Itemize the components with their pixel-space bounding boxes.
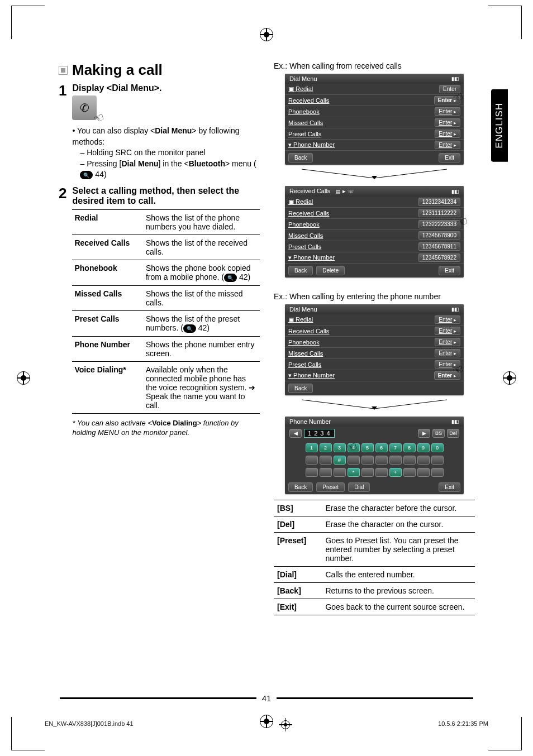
table-row: PhonebookShows the phone book copied fro… bbox=[72, 260, 260, 285]
right-column: Ex.: When calling from received calls Di… bbox=[274, 61, 475, 615]
page-number: 41 bbox=[262, 693, 272, 703]
table-row: Missed CallsShows the list of the missed… bbox=[72, 285, 260, 310]
signal-icon: ▮◧ bbox=[451, 189, 459, 194]
registration-mark bbox=[281, 720, 290, 729]
flow-arrow-icon bbox=[274, 399, 475, 413]
ui-screenshot-phone-number: Phone Number▮◧ ◀ 1 2 3 4 ▶ BS Del 123456… bbox=[285, 417, 464, 494]
flow-arrow-icon bbox=[274, 168, 475, 183]
section-heading: Making a call bbox=[72, 61, 163, 79]
page-number-bar: 41 bbox=[60, 693, 473, 703]
step-number: 2 bbox=[59, 186, 66, 438]
bs-key: BS bbox=[432, 429, 445, 438]
sub-bullet: Pressing [Dial Menu] in the <Bluetooth> … bbox=[80, 159, 260, 180]
phone-icon: ☏ bbox=[348, 189, 354, 194]
list-icon: ▤ bbox=[336, 189, 341, 194]
number-entry: 1 2 3 4 bbox=[304, 429, 335, 438]
registration-mark bbox=[503, 371, 516, 385]
footer-filename: EN_KW-AVX838[J]001B.indb 41 bbox=[45, 720, 134, 729]
language-tab: ENGLISH bbox=[491, 89, 508, 162]
table-row: [Preset]Goes to Preset list. You can pre… bbox=[274, 533, 475, 567]
table-row: Preset CallsShows the list of the preset… bbox=[72, 310, 260, 336]
signal-icon: ▮◧ bbox=[451, 419, 459, 424]
bullet-item: You can also display <Dial Menu> by foll… bbox=[72, 126, 260, 180]
signal-icon: ▮◧ bbox=[451, 76, 459, 82]
page-ref-pill bbox=[80, 171, 93, 179]
del-key: Del bbox=[447, 429, 459, 438]
table-row: Voice Dialing*Available only when the co… bbox=[72, 361, 260, 413]
table-row: [BS]Erase the character before the curso… bbox=[274, 500, 475, 516]
page-ref-pill bbox=[224, 274, 237, 282]
hand-cursor-icon: ☜ bbox=[92, 109, 107, 127]
sub-bullet: Holding SRC on the monitor panel bbox=[80, 147, 260, 159]
print-footer: EN_KW-AVX838[J]001B.indb 41 10.5.6 2:21:… bbox=[45, 720, 488, 729]
crop-mark bbox=[11, 6, 45, 39]
table-row: [Back]Returns to the previous screen. bbox=[274, 583, 475, 599]
table-row: RedialShows the list of the phone number… bbox=[72, 209, 260, 235]
crop-mark bbox=[488, 717, 522, 750]
step-number: 1 bbox=[59, 83, 66, 180]
example-caption: Ex.: When calling by entering the phone … bbox=[274, 292, 475, 301]
left-column: Making a call 1 Display <Dial Menu>. ✆ ☜… bbox=[59, 61, 260, 615]
phone-icon: ✆ bbox=[80, 101, 89, 114]
crop-mark bbox=[488, 6, 522, 39]
table-row: Received CallsShows the list of the rece… bbox=[72, 235, 260, 260]
cursor-left-icon: ◀ bbox=[289, 429, 302, 438]
definitions-table: RedialShows the list of the phone number… bbox=[72, 209, 260, 414]
table-row: Phone NumberShows the phone number entry… bbox=[72, 336, 260, 361]
table-row: [Dial]Calls the entered number. bbox=[274, 567, 475, 583]
footer-timestamp: 10.5.6 2:21:35 PM bbox=[438, 720, 488, 729]
step-title: Select a calling method, then select the… bbox=[72, 186, 260, 206]
phone-button-icon: ✆ ☜ bbox=[72, 95, 97, 120]
table-row: [Del]Erase the character on the cursor. bbox=[274, 516, 475, 533]
footnote: * You can also activate <Voice Dialing> … bbox=[72, 418, 260, 438]
signal-icon: ▮◧ bbox=[451, 307, 459, 312]
table-row: [Exit]Goes back to the current source sc… bbox=[274, 599, 475, 615]
page-ref-pill bbox=[183, 324, 196, 333]
step-title: Display <Dial Menu>. bbox=[72, 83, 260, 93]
ui-screenshot-dial-menu: Dial Menu▮◧ ▣ RedialEnter Received Calls… bbox=[285, 74, 464, 165]
example-caption: Ex.: When calling from received calls bbox=[274, 61, 475, 70]
ui-screenshot-dial-menu: Dial Menu▮◧ ▣ RedialEnter ▸ Received Cal… bbox=[285, 304, 464, 395]
cursor-right-icon: ▶ bbox=[418, 429, 430, 438]
section-bullet-icon bbox=[59, 66, 68, 75]
registration-mark bbox=[260, 28, 273, 41]
ui-screenshot-received-calls: Received Calls ▤ ▸ ☏▮◧ ▣ Redial123123412… bbox=[285, 186, 464, 277]
registration-mark bbox=[17, 371, 30, 385]
crop-mark bbox=[11, 717, 45, 750]
key-functions-table: [BS]Erase the character before the curso… bbox=[274, 500, 475, 615]
